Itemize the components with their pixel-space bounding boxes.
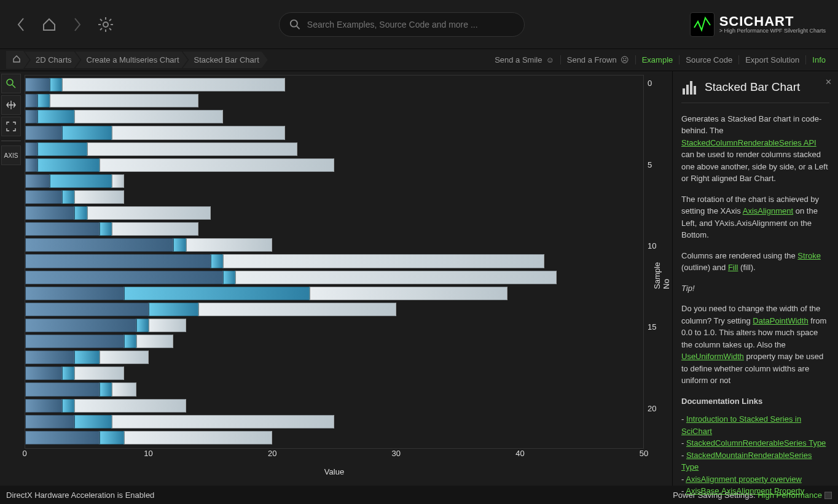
breadcrumb-item[interactable]: Create a Multiseries Chart: [76, 52, 188, 68]
doc-links-list: Introduction to Stacked Series in SciCha…: [681, 413, 829, 497]
breadcrumb-item[interactable]: 2D Charts: [25, 52, 80, 68]
y-axis-label: Sample No: [652, 254, 671, 289]
bar-row: [25, 303, 643, 317]
doc-link[interactable]: AxisAlignment property overview: [686, 475, 802, 484]
bar-segment: [136, 319, 149, 332]
home-button[interactable]: [41, 16, 58, 33]
bar-segment: [25, 158, 37, 172]
send-smile-button[interactable]: Send a Smile☺: [488, 55, 561, 64]
link-datapointwidth[interactable]: DataPointWidth: [753, 316, 808, 325]
bar-segment: [37, 110, 74, 123]
plot-area[interactable]: [25, 75, 644, 449]
bar-segment: [235, 271, 557, 284]
bar-segment: [25, 303, 149, 316]
bar-segment: [112, 415, 334, 428]
bar-row: [25, 94, 643, 109]
svg-point-3: [7, 79, 13, 85]
smile-icon: ☺: [546, 55, 554, 64]
logo-name: SCICHART: [719, 15, 826, 28]
tab-example[interactable]: Example: [636, 55, 680, 64]
bar-segment: [100, 382, 112, 396]
send-frown-button[interactable]: Send a Frown☹: [561, 55, 636, 64]
info-tip-label: Tip!: [681, 282, 829, 295]
logo-icon: [690, 12, 715, 37]
zoom-tool[interactable]: [1, 74, 21, 93]
search-input[interactable]: [307, 20, 515, 29]
forward-button[interactable]: [69, 16, 86, 33]
bar-row: [25, 319, 643, 333]
bar-segment: [62, 399, 74, 413]
doc-link[interactable]: StackedColumnRenderableSeries Type: [686, 438, 826, 448]
bar-segment: [50, 174, 112, 188]
bar-row: [25, 399, 643, 414]
x-tick: 0: [22, 449, 26, 458]
pan-tool[interactable]: [1, 95, 21, 115]
bar-segment: [37, 94, 50, 107]
x-tick: 20: [268, 449, 276, 458]
bar-segment: [25, 431, 100, 444]
bar-row: [25, 126, 643, 141]
bar-segment: [25, 142, 37, 156]
tab-export-solution[interactable]: Export Solution: [739, 55, 806, 64]
link-api[interactable]: StackedColumnRenderableSeries API: [681, 138, 816, 147]
bar-segment: [50, 78, 62, 91]
x-tick: 30: [392, 449, 401, 458]
search-bar[interactable]: [279, 12, 525, 37]
link-useuniformwidth[interactable]: UseUniformWidth: [681, 352, 744, 361]
y-tick: 0: [648, 79, 652, 88]
x-tick: 40: [515, 449, 524, 458]
bar-row: [25, 271, 643, 285]
send-frown-label: Send a Frown: [567, 55, 617, 64]
axis-tool[interactable]: AXIS: [1, 145, 21, 165]
fullscreen-tool[interactable]: [1, 117, 21, 136]
bar-segment: [25, 254, 211, 268]
link-axisalignment[interactable]: AxisAlignment: [743, 206, 793, 215]
bar-segment: [25, 94, 37, 107]
send-smile-label: Send a Smile: [495, 55, 542, 64]
bar-row: [25, 431, 643, 446]
bar-segment: [124, 431, 272, 444]
back-button[interactable]: [12, 16, 29, 33]
bar-segment: [112, 222, 198, 236]
svg-point-0: [103, 22, 108, 27]
bar-segment: [124, 287, 310, 300]
bar-segment: [62, 78, 284, 91]
bar-segment: [25, 382, 100, 396]
svg-rect-8: [694, 86, 696, 95]
link-stroke[interactable]: Stroke: [797, 251, 821, 260]
svg-point-1: [291, 20, 297, 26]
bar-segment: [25, 415, 74, 428]
bar-row: [25, 238, 643, 253]
svg-rect-5: [683, 88, 685, 95]
bar-segment: [62, 366, 74, 380]
svg-line-2: [297, 26, 300, 29]
doc-link[interactable]: AxisBase.AxisAlignment Property: [686, 486, 804, 495]
link-fill[interactable]: Fill: [728, 263, 738, 272]
stacked-bar-icon: [681, 79, 699, 96]
close-icon[interactable]: ✕: [825, 76, 832, 88]
tab-source-code[interactable]: Source Code: [679, 55, 739, 64]
chart-area: 05101520 Sample No 01020304050 Value: [22, 71, 672, 486]
logo: SCICHART > High Performance WPF Silverli…: [690, 12, 826, 37]
tool-sidebar: AXIS: [0, 71, 22, 486]
bar-row: [25, 366, 643, 381]
doc-link[interactable]: StackedMountainRenderableSeries Type: [681, 451, 812, 472]
bar-segment: [25, 174, 50, 188]
y-tick: 10: [648, 241, 656, 250]
breadcrumb-home[interactable]: [6, 51, 29, 69]
bar-segment: [25, 271, 223, 284]
bar-segment: [223, 254, 544, 268]
doc-link[interactable]: Introduction to Stacked Series in SciCha…: [681, 414, 801, 436]
x-tick: 50: [640, 449, 648, 458]
frown-icon: ☹: [621, 55, 629, 64]
tab-info[interactable]: Info: [806, 55, 832, 64]
settings-button[interactable]: [97, 16, 114, 33]
bar-segment: [74, 366, 123, 380]
breadcrumb-item[interactable]: Stacked Bar Chart: [183, 52, 268, 68]
bar-row: [25, 78, 643, 93]
bar-segment: [50, 94, 198, 107]
bar-segment: [223, 271, 235, 284]
bar-segment: [25, 110, 37, 123]
bar-segment: [112, 382, 136, 396]
bar-segment: [87, 142, 297, 156]
